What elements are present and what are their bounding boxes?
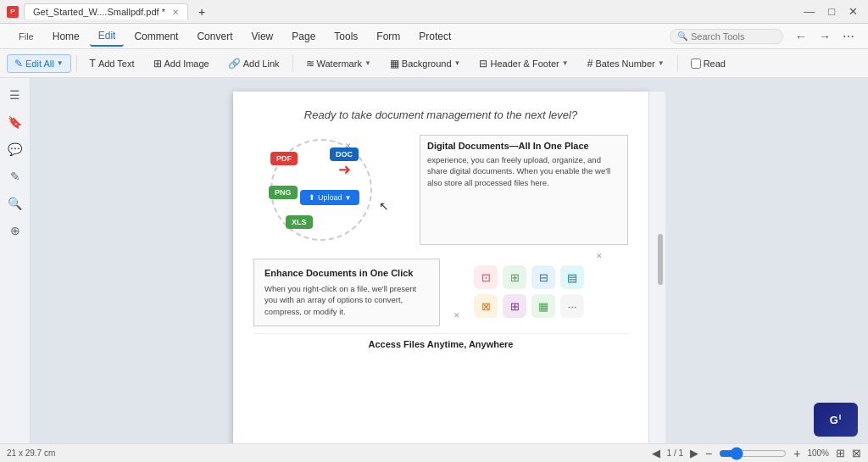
close-x-3: ✕ <box>453 311 460 320</box>
sidebar-edit-icon[interactable]: ✎ <box>5 166 25 186</box>
menu-page[interactable]: Page <box>283 27 324 46</box>
nav-icons: ← → ⋯ <box>792 28 858 45</box>
header-footer-button[interactable]: ⊟ Header & Footer ▼ <box>471 54 576 73</box>
upload-dropdown-arrow[interactable]: ▼ <box>345 194 352 202</box>
menu-edit[interactable]: Edit <box>90 26 125 47</box>
tab-close-icon[interactable]: ✕ <box>172 8 179 17</box>
bates-icon: # <box>587 58 593 70</box>
link-icon: 🔗 <box>228 58 241 70</box>
minimize-btn[interactable]: — <box>800 5 818 18</box>
header-icon: ⊟ <box>479 58 487 70</box>
search-icon: 🔍 <box>677 31 687 41</box>
menu-form[interactable]: Form <box>368 27 409 46</box>
edit-dropdown-arrow[interactable]: ▼ <box>57 59 64 67</box>
search-input[interactable] <box>691 31 776 42</box>
back-icon[interactable]: ← <box>792 28 810 45</box>
sidebar-panel-icon[interactable]: ☰ <box>5 85 25 105</box>
fit-page-btn[interactable]: ⊠ <box>852 447 861 459</box>
page-size-label: 21 x 29.7 cm <box>7 448 55 458</box>
sidebar-search-icon[interactable]: 🔍 <box>5 193 25 214</box>
add-link-button[interactable]: 🔗 Add Link <box>220 54 287 73</box>
next-page-btn[interactable]: ▶ <box>690 447 698 459</box>
menu-tools[interactable]: Tools <box>326 27 366 46</box>
maximize-btn[interactable]: □ <box>825 5 838 18</box>
background-button[interactable]: ▦ Background ▼ <box>382 54 469 73</box>
pdf-heading: Ready to take document management to the… <box>253 109 628 121</box>
page-num-label: 1 / 1 <box>667 448 683 458</box>
doc-badge: DOC <box>330 148 359 161</box>
view-mode-btn[interactable]: ⊞ <box>836 447 845 459</box>
window-controls: — □ ✕ <box>800 5 861 18</box>
menu-file[interactable]: File <box>10 28 42 45</box>
forward-icon[interactable]: → <box>815 28 834 45</box>
bates-number-button[interactable]: # Bates Number ▼ <box>580 54 672 73</box>
enhance-row: Enhance Documents in One Click When you … <box>253 259 628 326</box>
menu-comment[interactable]: Comment <box>125 27 186 46</box>
read-label: Read <box>704 58 726 69</box>
watermark-label: Watermark <box>317 58 362 69</box>
menu-home[interactable]: Home <box>44 27 88 46</box>
edit-all-button[interactable]: ✎ Edit All ▼ <box>7 54 71 73</box>
convert-arrow-icon: ➜ <box>338 160 351 179</box>
png-badge: PNG <box>269 186 298 199</box>
zoom-in-btn[interactable]: + <box>793 447 800 460</box>
edit-all-label: Edit All <box>25 58 54 69</box>
sidebar-bookmark-icon[interactable]: 🔖 <box>5 112 25 132</box>
add-link-label: Add Link <box>243 58 280 69</box>
read-button[interactable]: Read <box>683 55 733 72</box>
new-tab-btn[interactable]: + <box>193 3 210 20</box>
watermark-button[interactable]: ≋ Watermark ▼ <box>298 54 379 73</box>
app-icon-2: ⊞ <box>503 265 526 289</box>
upload-label: Upload <box>318 193 342 202</box>
add-text-button[interactable]: T Add Text <box>82 54 142 73</box>
tab-label: Get_Started_W....Smallpdf.pdf * <box>33 7 165 17</box>
edit-icon: ✎ <box>14 58 23 70</box>
title-bar: P Get_Started_W....Smallpdf.pdf * ✕ + — … <box>0 0 868 24</box>
watermark-arrow[interactable]: ▼ <box>364 59 371 67</box>
background-label: Background <box>402 58 452 69</box>
left-sidebar: ☰ 🔖 💬 ✎ 🔍 ⊕ › <box>0 78 31 462</box>
zoom-slider[interactable] <box>719 447 787 460</box>
active-tab[interactable]: Get_Started_W....Smallpdf.pdf * ✕ <box>24 3 188 19</box>
upload-button[interactable]: ⬆ Upload ▼ <box>300 190 359 205</box>
sidebar-add-icon[interactable]: ⊕ <box>5 220 25 241</box>
sep1 <box>76 55 77 72</box>
scrollbar-thumb[interactable] <box>658 234 663 285</box>
menu-convert[interactable]: Convert <box>188 27 241 46</box>
prev-page-btn[interactable]: ◀ <box>652 447 660 459</box>
access-title: Access Files Anytime, Anywhere <box>253 339 628 349</box>
upload-icon: ⬆ <box>309 193 315 202</box>
title-bar-left: P Get_Started_W....Smallpdf.pdf * ✕ + <box>7 3 210 20</box>
sidebar-comment-icon[interactable]: 💬 <box>5 139 25 159</box>
enhance-text: When you right-click on a file, we'll pr… <box>264 283 429 317</box>
image-icon: ⊞ <box>153 58 162 70</box>
add-image-button[interactable]: ⊞ Add Image <box>146 54 217 73</box>
read-checkbox[interactable] <box>691 58 701 69</box>
cursor-icon: ↖ <box>379 199 389 213</box>
watermark-icon: ≋ <box>306 58 314 70</box>
header-arrow[interactable]: ▼ <box>562 59 569 67</box>
app-icon-1: ⊡ <box>474 265 498 289</box>
digital-docs-text: experience, you can freely upload, organ… <box>427 154 620 188</box>
menu-protect[interactable]: Protect <box>410 27 459 46</box>
app-icon-4: ▤ <box>560 265 584 289</box>
app-icons-grid: ✕ ✕ ⊡ ⊞ ⊟ ▤ ⊠ ⊞ ▦ ··· <box>453 259 628 320</box>
menu-bar: File Home Edit Comment Convert View Page… <box>0 24 868 49</box>
xls-badge: XLS <box>286 215 313 229</box>
pdf-badge: PDF <box>270 152 298 165</box>
menu-view[interactable]: View <box>242 27 281 46</box>
background-arrow[interactable]: ▼ <box>454 59 461 67</box>
search-box[interactable]: 🔍 <box>670 29 783 44</box>
app-icon-3: ⊟ <box>531 265 555 289</box>
bates-arrow[interactable]: ▼ <box>658 59 665 67</box>
more-icon[interactable]: ⋯ <box>839 28 858 45</box>
digital-docs-box: Digital Documents—All In One Place exper… <box>420 135 628 245</box>
add-image-label: Add Image <box>164 58 209 69</box>
sep3 <box>677 55 678 72</box>
file-convert-area: ✕ PDF PNG XLS DOC ➜ ⬆ Upload ▼ ↖ <box>253 135 406 245</box>
sep2 <box>292 55 293 72</box>
watermark-text: GI <box>830 413 843 426</box>
app-icon-5: ⊠ <box>474 294 498 318</box>
zoom-out-btn[interactable]: − <box>705 447 712 460</box>
close-btn[interactable]: ✕ <box>845 5 861 18</box>
